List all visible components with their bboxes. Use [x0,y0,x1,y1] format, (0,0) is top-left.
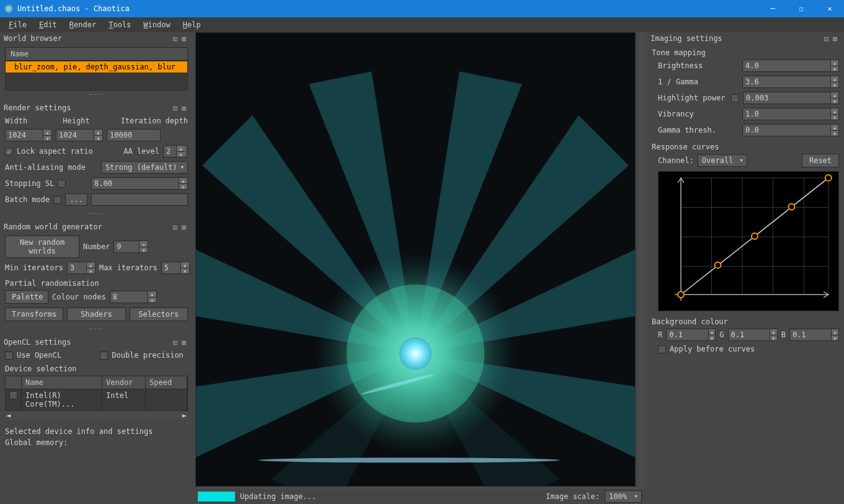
height-input[interactable]: ▲▼ [56,129,103,141]
statusbar: Updating image... Image scale: 100% [193,489,647,504]
batch-path-input[interactable] [91,193,188,206]
batch-browse-button[interactable]: ... [65,193,87,206]
viewport-vscrollbar[interactable] [638,32,647,487]
scale-select[interactable]: 100% [605,490,642,503]
svg-point-2 [399,337,432,370]
min-iter-label: Min iterators [5,263,63,272]
pin-icon[interactable]: ⊡ [173,35,180,42]
maximize-button[interactable]: ☐ [787,0,815,17]
partial-rand-title: Partial randomisation [5,278,188,290]
min-iter-input[interactable]: ▲▼ [67,262,96,274]
svg-point-19 [752,233,758,239]
iter-label: Iteration depth [121,117,188,125]
pin-icon[interactable]: ⊡ [173,338,180,346]
highlight-label: Highlight power [658,94,727,102]
lock-aspect-label: Lock aspect ratio [17,147,93,156]
number-input[interactable]: ▲▼ [113,241,148,253]
window-title: Untitled.chaos - Chaotica [17,4,758,13]
device-checkbox[interactable] [9,391,17,399]
render-settings-title: Render settings [4,104,71,112]
svg-point-20 [788,204,794,210]
lock-aspect-checkbox[interactable] [5,148,13,156]
selected-info-title: Selected device info and settings [5,426,188,438]
height-label: Height [63,117,89,125]
brightness-input[interactable]: ▲▼ [742,60,839,72]
aa-input[interactable]: ▲▼ [163,145,188,157]
colour-nodes-label: Colour nodes [52,293,106,301]
use-opencl-label: Use OpenCL [17,351,61,360]
stop-input[interactable]: ▲▼ [91,177,188,190]
palette-button[interactable]: Palette [5,290,48,304]
g-input[interactable]: ▲▼ [728,329,778,341]
menu-file[interactable]: File [2,18,33,32]
titlebar: Untitled.chaos - Chaotica ─ ☐ ✕ [0,0,844,17]
g-label: G [719,330,724,339]
menu-window[interactable]: Window [137,18,176,32]
channel-label: Channel: [658,156,694,165]
progress-bar [198,492,235,502]
channel-select[interactable]: Overall [698,154,747,167]
world-item[interactable]: blur_zoom, pie, depth_gaussian, blur [6,61,187,73]
world-browser-header: World browser ⊡ ⊠ [0,32,193,45]
menu-help[interactable]: Help [177,18,207,32]
svg-point-21 [825,175,832,181]
menu-render[interactable]: Render [63,18,102,32]
svg-point-17 [678,291,684,298]
use-opencl-checkbox[interactable] [5,351,13,360]
world-list-header[interactable]: Name [5,47,188,61]
random-gen-header: Random world generator ⊡ ⊠ [0,221,193,233]
menu-tools[interactable]: Tools [102,18,137,32]
device-scrollbar[interactable]: ◄► [5,411,188,420]
b-input[interactable]: ▲▼ [789,329,839,341]
pin-icon[interactable]: ⊡ [173,223,180,231]
minimize-button[interactable]: ─ [758,0,787,17]
number-label: Number [83,242,110,251]
apply-before-label: Apply before curves [670,345,755,353]
double-prec-checkbox[interactable] [100,351,108,360]
gamma-input[interactable]: ▲▼ [742,76,839,88]
render-viewport[interactable] [195,32,636,487]
shaders-button[interactable]: Shaders [67,307,125,321]
brightness-label: Brightness [658,61,739,70]
device-row[interactable]: Intel(R) Core(TM)... Intel [5,389,188,411]
bg-colour-title: Background colour [652,316,839,329]
highlight-checkbox[interactable] [731,94,739,102]
close-button[interactable]: ✕ [815,0,844,17]
reset-button[interactable]: Reset [802,154,839,167]
stop-label: Stopping SL [5,179,54,188]
stop-checkbox[interactable] [58,180,66,188]
panel-close-icon[interactable]: ⊠ [182,223,189,231]
menu-edit[interactable]: Edit [33,18,63,32]
b-label: B [781,330,786,339]
svg-point-18 [714,262,721,268]
panel-close-icon[interactable]: ⊠ [833,35,840,42]
transforms-button[interactable]: Transforms [5,307,63,321]
menubar: File Edit Render Tools Window Help [0,17,844,32]
new-worlds-button[interactable]: New random worlds [5,236,79,258]
colour-nodes-input[interactable]: ▲▼ [110,291,157,303]
selectors-button[interactable]: Selectors [130,307,188,321]
iter-input[interactable] [107,129,161,141]
width-input[interactable]: ▲▼ [5,129,52,141]
max-iter-input[interactable]: ▲▼ [161,262,190,274]
batch-checkbox[interactable] [53,196,61,204]
panel-close-icon[interactable]: ⊠ [182,338,189,346]
status-text: Updating image... [240,492,541,501]
apply-before-checkbox[interactable] [658,345,666,353]
curve-editor[interactable] [658,171,839,311]
pin-icon[interactable]: ⊡ [173,104,180,112]
world-list[interactable]: blur_zoom, pie, depth_gaussian, blur [5,61,188,91]
gthresh-input[interactable]: ▲▼ [742,124,839,136]
random-gen-title: Random world generator [4,223,102,231]
vibrancy-input[interactable]: ▲▼ [742,108,839,120]
highlight-input[interactable]: ▲▼ [743,92,839,104]
panel-close-icon[interactable]: ⊠ [182,104,189,112]
batch-label: Batch mode [5,195,50,204]
r-input[interactable]: ▲▼ [666,329,716,341]
pin-icon[interactable]: ⊡ [824,35,832,42]
aa-mode-select[interactable]: Strong (default) [101,161,188,174]
panel-close-icon[interactable]: ⊠ [182,35,189,42]
render-settings-header: Render settings ⊡ ⊠ [0,102,193,114]
app-icon [4,4,14,14]
device-table-header: Name Vendor Speed [5,376,188,389]
